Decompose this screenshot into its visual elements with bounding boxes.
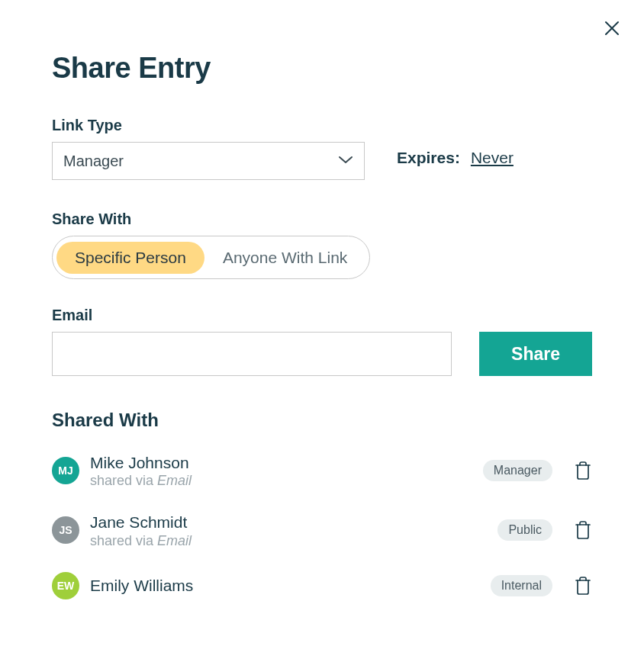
link-type-value: Manager	[63, 153, 124, 170]
avatar: EW	[52, 572, 79, 599]
share-button[interactable]: Share	[479, 332, 592, 376]
person-name: Emily Williams	[90, 575, 491, 596]
person-info: Jane Schmidtshared via Email	[90, 512, 497, 548]
share-with-option-1[interactable]: Anyone With Link	[204, 242, 365, 274]
expires-value[interactable]: Never	[471, 149, 514, 167]
share-with-label: Share With	[52, 210, 592, 228]
avatar: JS	[52, 516, 79, 544]
person-sub: shared via Email	[90, 533, 497, 549]
role-tag: Manager	[483, 460, 552, 481]
shared-with-title: Shared With	[52, 410, 592, 431]
role-tag: Public	[497, 519, 552, 541]
trash-icon[interactable]	[574, 576, 592, 596]
trash-icon[interactable]	[574, 461, 592, 480]
shared-row: JSJane Schmidtshared via EmailPublic	[52, 512, 592, 548]
person-info: Mike Johnsonshared via Email	[90, 452, 483, 489]
page-title: Share Entry	[52, 52, 592, 85]
expires-label: Expires:	[397, 149, 460, 167]
close-icon[interactable]	[603, 19, 621, 37]
person-info: Emily Williams	[90, 575, 491, 596]
email-label: Email	[52, 307, 452, 324]
link-type-label: Link Type	[52, 117, 365, 134]
avatar: MJ	[52, 457, 79, 484]
trash-icon[interactable]	[574, 520, 592, 540]
role-tag: Internal	[491, 575, 552, 596]
shared-row: EWEmily WilliamsInternal	[52, 572, 592, 599]
person-name: Jane Schmidt	[90, 512, 497, 532]
share-with-toggle: Specific PersonAnyone With Link	[52, 236, 370, 279]
person-sub: shared via Email	[90, 473, 483, 489]
link-type-select[interactable]: Manager	[52, 142, 365, 180]
person-name: Mike Johnson	[90, 452, 483, 473]
share-with-option-0[interactable]: Specific Person	[56, 242, 204, 274]
email-input[interactable]	[52, 332, 452, 376]
shared-row: MJMike Johnsonshared via EmailManager	[52, 452, 592, 489]
